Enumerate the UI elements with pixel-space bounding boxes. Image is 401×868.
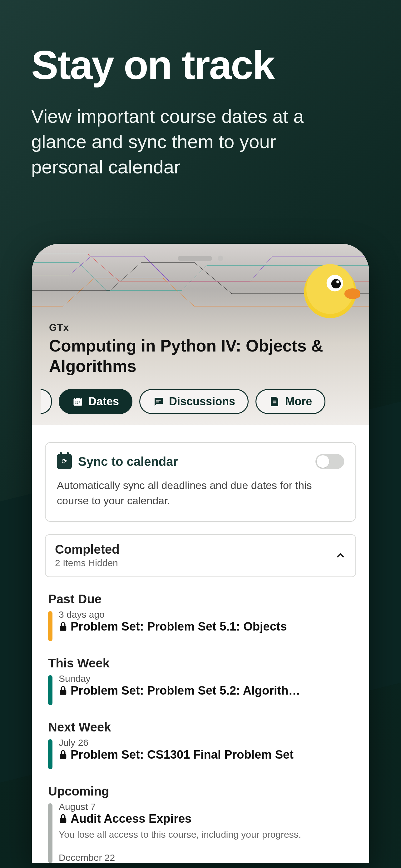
lock-icon: [59, 621, 67, 631]
lock-icon: [59, 814, 67, 824]
tab-prev-partial[interactable]: [41, 389, 52, 414]
svg-rect-16: [156, 402, 160, 402]
svg-point-11: [77, 402, 78, 403]
past-due-section: Past Due 3 days ago Problem Set: Problem…: [45, 592, 356, 641]
item-description: You lose all access to this course, incl…: [59, 828, 353, 841]
chevron-up-icon: [335, 550, 346, 561]
svg-rect-22: [60, 818, 67, 823]
lock-icon: [59, 685, 67, 695]
lock-icon: [59, 750, 67, 760]
upcoming-section: Upcoming August 7 Audit Access Expires Y…: [45, 784, 356, 863]
upcoming-item[interactable]: August 7 Audit Access Expires You lose a…: [48, 801, 353, 863]
course-title: Computing in Python IV: Objects & Algori…: [49, 336, 352, 376]
course-hero: GTx Computing in Python IV: Objects & Al…: [32, 244, 369, 425]
item-title: Problem Set: Problem Set 5.2: Algorith…: [71, 684, 300, 698]
completed-section-toggle[interactable]: Completed 2 Items Hidden: [45, 534, 356, 577]
next-week-item[interactable]: July 26 Problem Set: CS1301 Final Proble…: [48, 737, 353, 769]
upcoming-heading: Upcoming: [48, 784, 353, 798]
next-week-heading: Next Week: [48, 720, 353, 734]
svg-point-12: [79, 402, 80, 403]
sync-calendar-title: Sync to calendar: [78, 455, 309, 469]
tab-discussions[interactable]: Discussions: [139, 389, 248, 414]
svg-rect-20: [60, 690, 67, 695]
next-week-section: Next Week July 26 Problem Set: CS1301 Fi…: [45, 720, 356, 769]
tab-more[interactable]: More: [256, 389, 326, 414]
this-week-item[interactable]: Sunday Problem Set: Problem Set 5.2: Alg…: [48, 673, 353, 705]
this-week-section: This Week Sunday Problem Set: Problem Se…: [45, 656, 356, 705]
svg-rect-18: [273, 402, 276, 403]
svg-point-14: [77, 403, 78, 405]
course-tabs: Dates Discussions More: [32, 389, 369, 414]
status-bar-upcoming: [48, 803, 53, 863]
phone-mockup: GTx Computing in Python IV: Objects & Al…: [32, 244, 369, 863]
svg-point-4: [336, 280, 339, 283]
document-icon: [269, 396, 280, 407]
status-bar-past-due: [48, 611, 53, 641]
svg-point-3: [331, 279, 341, 288]
tab-more-label: More: [285, 395, 312, 408]
phone-notch: [178, 256, 223, 261]
sync-calendar-card: ⟳ Sync to calendar Automatically sync al…: [45, 442, 356, 522]
item-when: 3 days ago: [59, 609, 353, 620]
tab-discussions-label: Discussions: [169, 395, 235, 408]
marketing-copy: Stay on track View important course date…: [0, 0, 401, 180]
duck-image: [300, 259, 360, 319]
past-due-item[interactable]: 3 days ago Problem Set: Problem Set 5.1:…: [48, 609, 353, 641]
status-bar-this-week: [48, 675, 53, 705]
item-when: Sunday: [59, 673, 353, 684]
sync-calendar-description: Automatically sync all deadlines and due…: [57, 478, 344, 509]
this-week-heading: This Week: [48, 656, 353, 670]
item-when: August 7: [59, 801, 353, 812]
course-org: GTx: [49, 322, 352, 333]
svg-point-13: [75, 403, 76, 405]
item-when: July 26: [59, 737, 353, 748]
svg-rect-19: [60, 626, 67, 631]
item-when: December 22: [59, 852, 353, 863]
completed-title: Completed: [55, 542, 329, 556]
completed-subtitle: 2 Items Hidden: [55, 558, 329, 568]
sync-calendar-toggle[interactable]: [315, 454, 344, 469]
status-bar-next-week: [48, 739, 53, 769]
item-title: Audit Access Expires: [71, 812, 192, 826]
sync-calendar-icon: ⟳: [57, 454, 72, 469]
item-title: Problem Set: Problem Set 5.1: Objects: [71, 620, 287, 633]
tab-dates[interactable]: Dates: [59, 389, 132, 414]
marketing-subtitle: View important course dates at a glance …: [31, 104, 343, 180]
svg-point-10: [75, 402, 76, 403]
calendar-icon: [72, 396, 83, 407]
item-title: Problem Set: CS1301 Final Problem Set: [71, 748, 294, 762]
svg-rect-17: [273, 401, 276, 402]
svg-rect-15: [156, 400, 161, 401]
chat-icon: [153, 396, 164, 407]
svg-rect-21: [60, 754, 67, 759]
past-due-heading: Past Due: [48, 592, 353, 606]
svg-rect-7: [75, 397, 76, 399]
tab-dates-label: Dates: [89, 395, 119, 408]
marketing-title: Stay on track: [31, 44, 370, 87]
svg-rect-8: [80, 397, 80, 399]
